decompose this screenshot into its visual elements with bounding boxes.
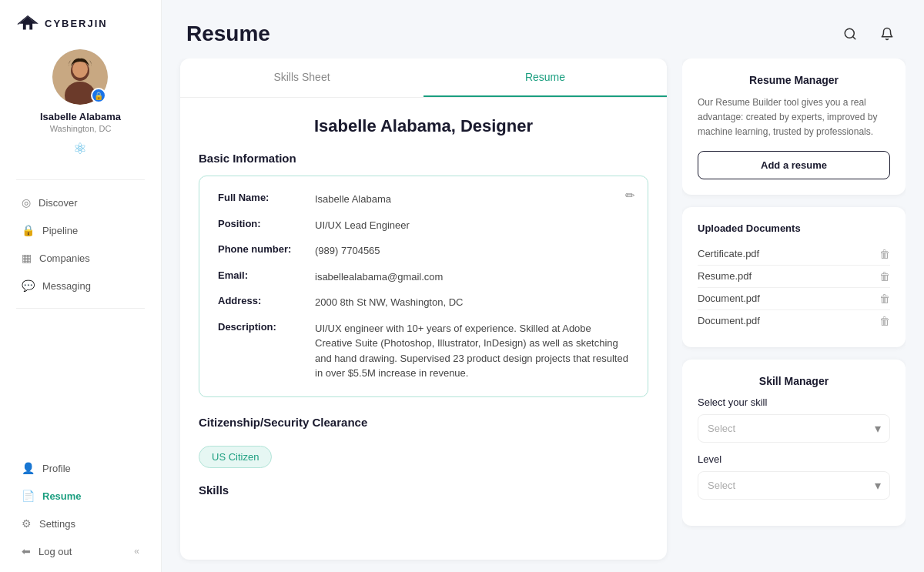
doc-row-4: Document.pdf 🗑 [698, 310, 890, 332]
grid-icon: ▦ [22, 252, 32, 264]
svg-point-3 [72, 61, 88, 78]
sidebar-item-label: Resume [42, 490, 82, 502]
sidebar-item-label: Pipeline [42, 225, 78, 236]
logout-icon: ⬅ [22, 545, 31, 557]
field-label: Full Name: [218, 192, 303, 207]
edit-button[interactable]: ✏ [625, 189, 635, 202]
sidebar-item-label: Log out [38, 546, 72, 557]
sidebar-item-pipeline[interactable]: 🔒 Pipeline [12, 217, 149, 243]
info-row-email: Email: isabellealabama@gmail.com [218, 269, 629, 285]
skill-select[interactable]: Select [698, 414, 890, 443]
page-title: Resume [186, 22, 270, 46]
logo: CYBERJIN [0, 15, 123, 31]
info-row-position: Position: UI/UX Lead Engineer [218, 218, 629, 233]
sidebar-item-discover[interactable]: ◎ Discover [12, 189, 149, 216]
sidebar-item-profile[interactable]: 👤 Profile [12, 455, 149, 481]
main-content: Resume Skills Sheet Resume Isabelle Alab… [162, 0, 924, 572]
person-icon: 👤 [22, 462, 35, 474]
doc-delete-button[interactable]: 🗑 [879, 315, 890, 327]
sidebar-item-resume[interactable]: 📄 Resume [12, 483, 149, 509]
field-value: isabellealabama@gmail.com [315, 269, 443, 285]
basic-info-title: Basic Information [199, 152, 648, 165]
user-location: Washington, DC [50, 124, 112, 133]
citizenship-title: Citizenship/Security Clearance [199, 416, 648, 429]
skills-section-title: Skills [199, 483, 648, 497]
level-label: Level [698, 453, 890, 465]
skill-manager-card: Skill Manager Select your skill Select ▾… [682, 360, 906, 526]
content-row: Skills Sheet Resume Isabelle Alabama, De… [162, 59, 924, 572]
sidebar-item-messaging[interactable]: 💬 Messaging [12, 273, 149, 299]
nav-divider-2 [16, 308, 145, 309]
doc-name: Certificate.pdf [698, 248, 759, 259]
sidebar-item-logout[interactable]: ⬅ Log out « [12, 538, 149, 564]
doc-row-2: Resume.pdf 🗑 [698, 266, 890, 288]
user-skill-badge: ⚛ [73, 139, 87, 158]
citizenship-badge: US Citizen [199, 446, 272, 468]
collapse-icon[interactable]: « [134, 546, 139, 557]
user-name: Isabelle Alabama [40, 111, 121, 122]
resume-manager-desc: Our Resume Builder tool gives you a real… [698, 95, 890, 140]
doc-name: Document.pdf [698, 315, 760, 326]
field-value: Isabelle Alabama [315, 192, 391, 207]
field-label: Phone number: [218, 243, 303, 259]
cyberjin-logo-icon [15, 15, 40, 31]
doc-row-3: Document.pdf 🗑 [698, 288, 890, 310]
info-row-address: Address: 2000 8th St NW, Washington, DC [218, 295, 629, 310]
field-value: 2000 8th St NW, Washington, DC [315, 295, 463, 310]
right-panel: Resume Manager Our Resume Builder tool g… [682, 59, 906, 560]
level-select[interactable]: Select [698, 471, 890, 500]
doc-icon: 📄 [22, 490, 35, 502]
basic-info-card: ✏ Full Name: Isabelle Alabama Position: … [199, 176, 648, 397]
field-value: UI/UX engineer with 10+ years of experie… [315, 321, 629, 381]
sidebar: CYBERJIN 🔒 Isabelle Alabama Washington, … [0, 0, 162, 572]
doc-name: Document.pdf [698, 293, 760, 304]
search-button[interactable] [838, 22, 862, 46]
main-header: Resume [162, 0, 924, 59]
citizenship-section: Citizenship/Security Clearance US Citize… [199, 416, 648, 468]
nav-main: ◎ Discover 🔒 Pipeline ▦ Companies 💬 Mess… [0, 189, 161, 299]
field-label: Position: [218, 218, 303, 233]
sidebar-item-companies[interactable]: ▦ Companies [12, 245, 149, 271]
header-icons [838, 22, 899, 46]
field-value: (989) 7704565 [315, 243, 380, 259]
uploaded-docs-title: Uploaded Documents [698, 222, 890, 234]
doc-delete-button[interactable]: 🗑 [879, 293, 890, 305]
resume-heading: Isabelle Alabama, Designer [199, 116, 648, 136]
info-row-description: Description: UI/UX engineer with 10+ yea… [218, 321, 629, 381]
tab-skills-sheet[interactable]: Skills Sheet [180, 59, 424, 97]
resume-panel: Skills Sheet Resume Isabelle Alabama, De… [180, 59, 667, 560]
search-icon [843, 27, 857, 41]
gear-icon: ⚙ [22, 517, 32, 530]
resume-manager-card: Resume Manager Our Resume Builder tool g… [682, 59, 906, 195]
info-row-phone: Phone number: (989) 7704565 [218, 243, 629, 259]
sidebar-item-label: Settings [39, 518, 75, 530]
logo-text: CYBERJIN [45, 18, 108, 29]
resume-content: Isabelle Alabama, Designer Basic Informa… [180, 98, 667, 560]
sidebar-item-label: Discover [38, 197, 78, 209]
sidebar-item-label: Messaging [42, 280, 91, 292]
uploaded-docs-card: Uploaded Documents Certificate.pdf 🗑 Res… [682, 207, 906, 347]
bell-icon [880, 27, 894, 41]
doc-delete-button[interactable]: 🗑 [879, 270, 890, 283]
field-label: Address: [218, 295, 303, 310]
skill-select-label: Select your skill [698, 396, 890, 408]
resume-manager-title: Resume Manager [698, 74, 890, 86]
sidebar-item-label: Profile [42, 463, 71, 474]
avatar-wrapper: 🔒 [52, 49, 108, 105]
skill-manager-title: Skill Manager [698, 375, 890, 387]
field-label: Email: [218, 269, 303, 285]
sidebar-item-settings[interactable]: ⚙ Settings [12, 510, 149, 537]
chat-icon: 💬 [22, 279, 35, 292]
notification-button[interactable] [875, 22, 899, 46]
skill-select-wrapper: Select ▾ [698, 414, 890, 443]
tabs: Skills Sheet Resume [180, 59, 667, 98]
lock-icon: 🔒 [22, 224, 35, 236]
doc-row-1: Certificate.pdf 🗑 [698, 243, 890, 266]
level-select-wrapper: Select ▾ [698, 471, 890, 500]
doc-delete-button[interactable]: 🗑 [879, 248, 890, 260]
nav-divider [16, 179, 145, 180]
tab-resume[interactable]: Resume [424, 59, 667, 97]
sidebar-item-label: Companies [39, 253, 90, 264]
info-row-name: Full Name: Isabelle Alabama [218, 192, 629, 207]
add-resume-button[interactable]: Add a resume [698, 151, 890, 179]
